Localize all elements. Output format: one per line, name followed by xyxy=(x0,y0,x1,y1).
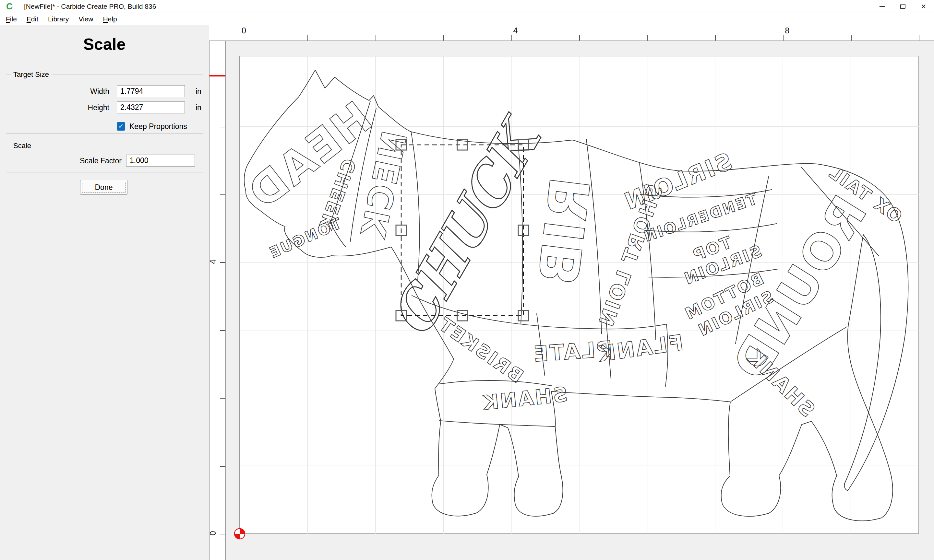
width-unit: in xyxy=(196,85,201,97)
minimize-icon xyxy=(880,6,885,7)
height-unit: in xyxy=(196,102,201,114)
done-button[interactable]: Done xyxy=(80,180,128,195)
title-bar: C [NewFile]* - Carbide Create PRO, Build… xyxy=(0,0,934,13)
v-ruler-label: 0 xyxy=(208,531,217,536)
close-button[interactable]: ✕ xyxy=(913,0,934,13)
keep-proportions-checkbox[interactable]: ✓ xyxy=(117,122,125,131)
keep-proportions-label: Keep Proportions xyxy=(129,120,187,132)
design-canvas[interactable]: HEADTONGUECHEEKNECKCHUCKRIBSHORT LOINSIR… xyxy=(226,41,934,560)
width-label: Width xyxy=(6,85,109,97)
h-ruler-tick xyxy=(647,35,647,40)
panel-title: Scale xyxy=(0,35,209,54)
menu-library[interactable]: Library xyxy=(48,15,69,23)
width-field[interactable] xyxy=(117,85,185,97)
window-controls: ✕ xyxy=(872,0,934,13)
h-ruler-tick xyxy=(376,35,376,40)
menu-bar: File Edit Library View Help xyxy=(0,13,934,25)
restore-icon xyxy=(901,4,905,9)
h-ruler-tick xyxy=(579,35,580,40)
h-ruler-label: 4 xyxy=(513,26,518,35)
app-logo-icon: C xyxy=(5,2,14,11)
target-size-group: Target Size Width in Height in ✓ Keep Pr… xyxy=(6,75,203,134)
h-ruler-tick xyxy=(240,35,240,40)
v-ruler-tick xyxy=(220,466,225,467)
h-ruler-tick xyxy=(851,35,852,40)
h-ruler-tick xyxy=(443,35,444,40)
restore-button[interactable] xyxy=(892,0,913,13)
menu-help[interactable]: Help xyxy=(103,15,117,23)
window-title: [NewFile]* - Carbide Create PRO, Build 8… xyxy=(24,3,156,10)
v-ruler-tick xyxy=(220,330,225,331)
vertical-ruler: 04 xyxy=(209,25,226,560)
scale-factor-label: Scale Factor xyxy=(6,155,122,167)
scale-factor-field[interactable] xyxy=(126,155,195,166)
scale-legend: Scale xyxy=(11,142,34,150)
height-label: Height xyxy=(6,102,109,114)
h-ruler-label: 0 xyxy=(242,26,246,35)
v-ruler-label: 4 xyxy=(208,260,217,264)
target-size-legend: Target Size xyxy=(11,70,52,79)
h-ruler-tick xyxy=(307,35,308,40)
menu-edit[interactable]: Edit xyxy=(26,15,38,23)
v-ruler-tick xyxy=(220,534,225,534)
height-field[interactable] xyxy=(117,102,185,114)
menu-view[interactable]: View xyxy=(79,15,93,23)
minimize-button[interactable] xyxy=(872,0,892,13)
h-ruler-tick xyxy=(783,35,783,40)
origin-marker[interactable] xyxy=(234,529,245,539)
ruler-position-indicator xyxy=(210,75,225,77)
v-ruler-tick xyxy=(220,127,225,128)
v-ruler-tick xyxy=(220,398,225,398)
v-ruler-tick xyxy=(220,262,225,263)
h-ruler-tick xyxy=(919,35,919,40)
h-ruler-tick xyxy=(715,35,716,40)
h-ruler-tick xyxy=(512,35,512,40)
v-ruler-tick xyxy=(220,194,225,195)
scale-group: Scale Scale Factor xyxy=(6,146,203,172)
scale-tool-panel: Scale Target Size Width in Height in ✓ K… xyxy=(0,25,209,560)
close-icon: ✕ xyxy=(921,3,926,10)
v-ruler-tick xyxy=(220,58,225,59)
section-label-rib[interactable]: RIB xyxy=(526,174,603,289)
horizontal-ruler: 048 xyxy=(209,25,934,41)
h-ruler-label: 8 xyxy=(785,26,789,35)
menu-file[interactable]: File xyxy=(6,15,17,23)
